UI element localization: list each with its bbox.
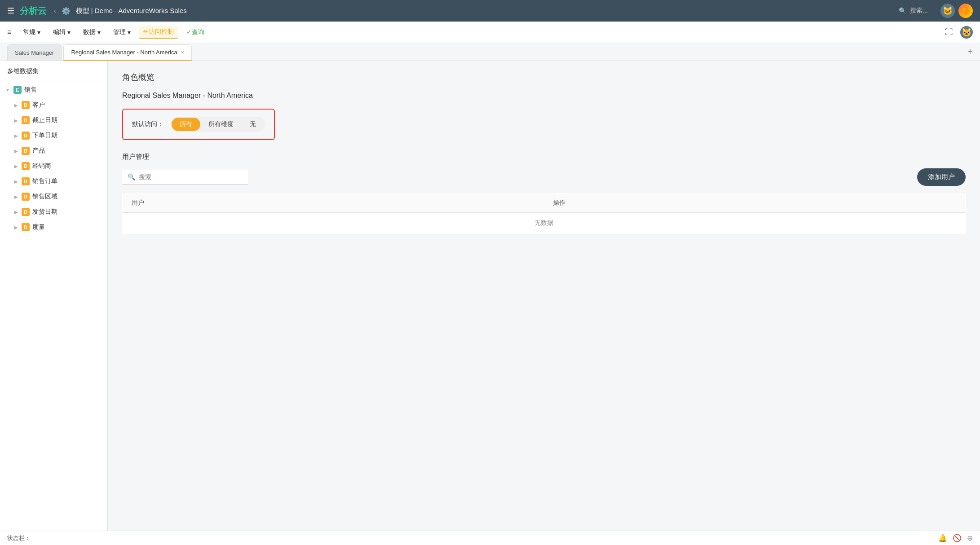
chevron-right-icon5: ▶ bbox=[14, 164, 18, 169]
sidebar-item-sales-territory[interactable]: ▶ D 销售区域 bbox=[0, 189, 107, 204]
edit-chevron: ▾ bbox=[67, 29, 71, 36]
sidebar-item-sales[interactable]: ▼ E 销售 bbox=[0, 82, 107, 97]
toolbar-data[interactable]: 数据 ▾ bbox=[79, 26, 105, 38]
sidebar-header: 多维数据集 bbox=[0, 61, 107, 82]
toolbar-manage[interactable]: 管理 ▾ bbox=[109, 26, 135, 38]
back-icon[interactable]: ‹ bbox=[54, 7, 56, 14]
tab1-label: Sales Manager bbox=[15, 49, 54, 56]
chevron-right-icon9: ▶ bbox=[14, 225, 18, 230]
chevron-down-icon: ▼ bbox=[5, 88, 10, 92]
tab2-close-icon[interactable]: × bbox=[181, 49, 184, 56]
status-icons: 🔔 🚫 ⊕ bbox=[938, 534, 973, 542]
default-access-label: 默认访问： bbox=[132, 120, 163, 128]
badge-e-sales: E bbox=[13, 86, 22, 94]
user-avatar-2[interactable]: 🔶 bbox=[958, 4, 973, 18]
tab2-label: Regional Sales Manager - North America bbox=[71, 49, 177, 56]
badge-d-sales-territory: D bbox=[22, 193, 30, 201]
tab-regional-sales-manager[interactable]: Regional Sales Manager - North America × bbox=[63, 44, 191, 61]
sidebar-label-sales-order: 销售订单 bbox=[32, 177, 57, 185]
manage-label: 管理 bbox=[113, 28, 126, 36]
sidebar-label-customers: 客户 bbox=[32, 101, 45, 109]
tabs-row: Sales Manager Regional Sales Manager - N… bbox=[0, 43, 980, 61]
access-control-label: ✏访问控制 bbox=[143, 28, 174, 36]
sidebar-label-measure: 度量 bbox=[32, 223, 45, 231]
chevron-right-icon4: ▶ bbox=[14, 149, 18, 154]
model-icon: ⚙️ bbox=[62, 7, 71, 15]
toolbar-general[interactable]: 常规 ▾ bbox=[18, 26, 45, 38]
status-bar: 状态栏： 🔔 🚫 ⊕ bbox=[0, 531, 980, 545]
sidebar-label-sales: 销售 bbox=[24, 86, 37, 94]
sidebar-label-due-date: 截止日期 bbox=[32, 116, 57, 124]
table-header-action: 操作 bbox=[544, 193, 966, 213]
secondary-toolbar: ≡ 常规 ▾ 编辑 ▾ 数据 ▾ 管理 ▾ ✏访问控制 ✓查询 ⛶ 🐱 bbox=[0, 22, 980, 43]
query-label: ✓查询 bbox=[186, 28, 204, 36]
sidebar-label-order-date: 下单日期 bbox=[32, 132, 57, 140]
sidebar-label-product: 产品 bbox=[32, 147, 45, 155]
sidebar-item-product[interactable]: ▶ D 产品 bbox=[0, 143, 107, 158]
search-icon: 🔍 bbox=[899, 7, 906, 14]
sidebar: 多维数据集 ▼ E 销售 ▶ D 客户 ▶ D 截止日期 ▶ D 下单日期 ▶ … bbox=[0, 61, 108, 531]
sidebar-item-due-date[interactable]: ▶ D 截止日期 bbox=[0, 113, 107, 128]
no-icon[interactable]: 🚫 bbox=[953, 534, 962, 542]
data-label: 数据 bbox=[83, 28, 96, 36]
search-icon: 🔍 bbox=[128, 173, 135, 180]
access-options-group: 所有 所有维度 无 bbox=[171, 117, 265, 132]
toolbar-user-icon[interactable]: 🐱 bbox=[960, 26, 973, 39]
edit-label: 编辑 bbox=[53, 28, 66, 36]
general-label: 常规 bbox=[23, 28, 35, 36]
role-name: Regional Sales Manager - North America bbox=[122, 92, 966, 100]
chevron-right-icon8: ▶ bbox=[14, 210, 18, 215]
add-user-button[interactable]: 添加用户 bbox=[917, 168, 966, 186]
top-navbar: ☰ 分析云 ‹ ⚙️ 模型 | Demo - AdventureWorks Sa… bbox=[0, 0, 980, 22]
sidebar-item-measure[interactable]: ▶ D 度量 bbox=[0, 220, 107, 235]
sidebar-item-reseller[interactable]: ▶ D 经销商 bbox=[0, 158, 107, 174]
search-box[interactable]: 🔍 bbox=[122, 170, 248, 185]
access-option-all-dims[interactable]: 所有维度 bbox=[200, 118, 242, 131]
user-mgmt-title: 用户管理 bbox=[122, 153, 966, 161]
sidebar-label-reseller: 经销商 bbox=[32, 162, 51, 170]
chevron-right-icon7: ▶ bbox=[14, 194, 18, 199]
access-option-all[interactable]: 所有 bbox=[172, 118, 200, 131]
plus-circle-icon[interactable]: ⊕ bbox=[967, 534, 973, 542]
user-avatar-1[interactable]: 🐱 bbox=[940, 4, 955, 18]
badge-d-reseller: D bbox=[22, 162, 30, 170]
sidebar-label-sales-territory: 销售区域 bbox=[32, 193, 57, 201]
search-placeholder: 搜索... bbox=[910, 7, 928, 15]
toolbar-query[interactable]: ✓查询 bbox=[182, 26, 209, 38]
content-area: 角色概览 Regional Sales Manager - North Amer… bbox=[108, 61, 980, 531]
search-area[interactable]: 🔍 搜索... bbox=[899, 7, 928, 15]
sidebar-item-order-date[interactable]: ▶ D 下单日期 bbox=[0, 128, 107, 143]
chevron-right-icon: ▶ bbox=[14, 103, 18, 108]
badge-d-sales-order: D bbox=[22, 177, 30, 185]
main-layout: 多维数据集 ▼ E 销售 ▶ D 客户 ▶ D 截止日期 ▶ D 下单日期 ▶ … bbox=[0, 61, 980, 531]
chevron-right-icon3: ▶ bbox=[14, 133, 18, 138]
sidebar-item-customers[interactable]: ▶ D 客户 bbox=[0, 97, 107, 113]
no-data-cell: 无数据 bbox=[123, 213, 966, 234]
badge-d-product: D bbox=[22, 147, 30, 155]
nav-title: 模型 | Demo - AdventureWorks Sales bbox=[76, 7, 187, 15]
tab-sales-manager[interactable]: Sales Manager bbox=[7, 44, 62, 61]
sidebar-label-ship-date: 发货日期 bbox=[32, 208, 57, 216]
access-box: 默认访问： 所有 所有维度 无 bbox=[122, 109, 275, 140]
toolbar-menu-icon[interactable]: ≡ bbox=[7, 28, 11, 36]
bell-icon[interactable]: 🔔 bbox=[938, 534, 947, 542]
search-input[interactable] bbox=[139, 173, 229, 180]
hamburger-icon[interactable]: ☰ bbox=[7, 6, 14, 16]
table-row-empty: 无数据 bbox=[123, 213, 966, 234]
sidebar-item-sales-order[interactable]: ▶ D 销售订单 bbox=[0, 174, 107, 189]
user-icons: 🐱 🔶 bbox=[940, 4, 973, 18]
access-option-none[interactable]: 无 bbox=[242, 118, 264, 131]
user-table: 用户 操作 无数据 bbox=[122, 193, 966, 234]
badge-d-measure: D bbox=[22, 223, 30, 231]
sidebar-item-ship-date[interactable]: ▶ D 发货日期 bbox=[0, 204, 107, 220]
fullscreen-icon[interactable]: ⛶ bbox=[945, 27, 953, 37]
toolbar-edit[interactable]: 编辑 ▾ bbox=[49, 26, 75, 38]
badge-d-due-date: D bbox=[22, 116, 30, 124]
badge-d-order-date: D bbox=[22, 132, 30, 140]
tab-add-icon[interactable]: + bbox=[967, 47, 973, 57]
chevron-right-icon6: ▶ bbox=[14, 179, 18, 184]
table-header-user: 用户 bbox=[123, 193, 544, 213]
brand-logo: 分析云 bbox=[20, 5, 47, 17]
toolbar-access-control[interactable]: ✏访问控制 bbox=[139, 26, 178, 39]
manage-chevron: ▾ bbox=[128, 29, 131, 36]
